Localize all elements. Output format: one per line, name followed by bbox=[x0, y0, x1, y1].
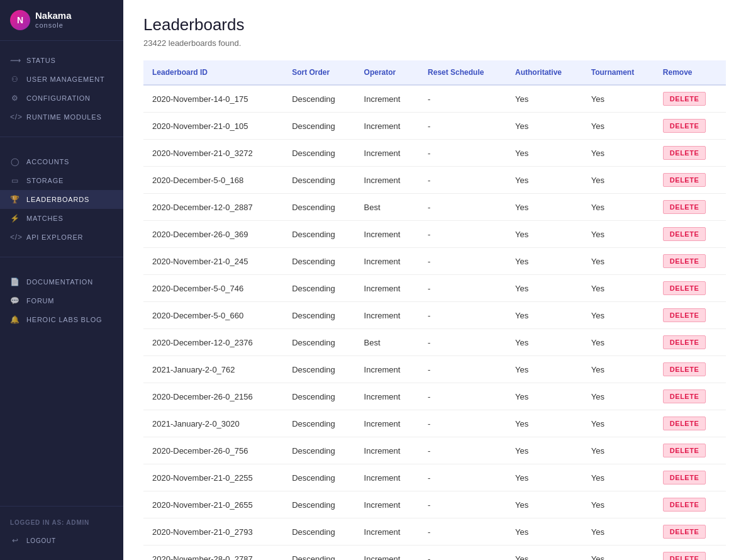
cell-remove: DELETE bbox=[654, 85, 726, 113]
cell-authoritative: Yes bbox=[506, 113, 582, 140]
table-row: 2020-December-26-0_756 Descending Increm… bbox=[143, 437, 726, 464]
col-operator: Operator bbox=[355, 60, 420, 85]
delete-button[interactable]: DELETE bbox=[663, 471, 706, 484]
cell-remove: DELETE bbox=[654, 383, 726, 410]
cell-leaderboard-id: 2020-November-28-0_2787 bbox=[143, 546, 283, 561]
cell-remove: DELETE bbox=[654, 275, 726, 302]
delete-button[interactable]: DELETE bbox=[663, 498, 706, 512]
cell-tournament: Yes bbox=[582, 140, 654, 167]
delete-button[interactable]: DELETE bbox=[663, 146, 706, 160]
api-icon: </> bbox=[10, 233, 20, 242]
delete-button[interactable]: DELETE bbox=[663, 444, 706, 457]
delete-button[interactable]: DELETE bbox=[663, 254, 706, 268]
cell-reset-schedule: - bbox=[419, 302, 506, 329]
logo-icon: N bbox=[10, 10, 30, 30]
cell-authoritative: Yes bbox=[506, 491, 582, 518]
sidebar-item-storage[interactable]: ▭ STORAGE bbox=[0, 171, 123, 190]
sidebar-item-blog[interactable]: 🔔 HEROIC LABS BLOG bbox=[0, 310, 123, 329]
col-reset-schedule: Reset Schedule bbox=[419, 60, 506, 85]
cell-remove: DELETE bbox=[654, 437, 726, 464]
sidebar-divider bbox=[0, 137, 123, 137]
cell-sort-order: Descending bbox=[283, 85, 355, 113]
delete-button[interactable]: DELETE bbox=[663, 417, 706, 430]
cell-leaderboard-id: 2020-December-26-0_369 bbox=[143, 221, 283, 248]
sidebar-item-logout[interactable]: ↩ LOGOUT bbox=[0, 531, 123, 550]
table-row: 2020-November-21-0_105 Descending Increm… bbox=[143, 113, 726, 140]
sidebar-divider-2 bbox=[0, 257, 123, 257]
cell-leaderboard-id: 2020-November-21-0_2255 bbox=[143, 464, 283, 491]
cell-remove: DELETE bbox=[654, 491, 726, 518]
cell-authoritative: Yes bbox=[506, 194, 582, 221]
cell-tournament: Yes bbox=[582, 275, 654, 302]
col-authoritative: Authoritative bbox=[506, 60, 582, 85]
delete-button[interactable]: DELETE bbox=[663, 281, 706, 295]
sidebar-item-label: STATUS bbox=[26, 57, 56, 64]
cell-sort-order: Descending bbox=[283, 518, 355, 546]
cell-sort-order: Descending bbox=[283, 275, 355, 302]
delete-button[interactable]: DELETE bbox=[663, 525, 706, 539]
cell-leaderboard-id: 2021-January-2-0_762 bbox=[143, 356, 283, 383]
delete-button[interactable]: DELETE bbox=[663, 552, 706, 560]
delete-button[interactable]: DELETE bbox=[663, 389, 706, 403]
sidebar-item-forum[interactable]: 💬 FORUM bbox=[0, 291, 123, 310]
cell-sort-order: Descending bbox=[283, 491, 355, 518]
cell-operator: Increment bbox=[355, 275, 420, 302]
match-icon: ⚡ bbox=[10, 214, 20, 223]
table-row: 2020-November-21-0_2655 Descending Incre… bbox=[143, 491, 726, 518]
cell-leaderboard-id: 2020-December-12-0_2887 bbox=[143, 194, 283, 221]
sidebar-item-documentation[interactable]: 📄 DOCUMENTATION bbox=[0, 272, 123, 291]
cell-sort-order: Descending bbox=[283, 464, 355, 491]
sidebar-item-api-explorer[interactable]: </> API EXPLORER bbox=[0, 228, 123, 247]
table-row: 2020-November-21-0_245 Descending Increm… bbox=[143, 248, 726, 275]
sidebar-item-leaderboards[interactable]: 🏆 LEADERBOARDS bbox=[0, 190, 123, 209]
delete-button[interactable]: DELETE bbox=[663, 173, 706, 187]
doc-icon: 📄 bbox=[10, 277, 20, 286]
cell-reset-schedule: - bbox=[419, 140, 506, 167]
delete-button[interactable]: DELETE bbox=[663, 119, 706, 133]
cell-reset-schedule: - bbox=[419, 464, 506, 491]
logged-in-label: LOGGED IN AS: ADMIN bbox=[0, 517, 123, 531]
storage-icon: ▭ bbox=[10, 176, 20, 185]
delete-button[interactable]: DELETE bbox=[663, 308, 706, 322]
cell-tournament: Yes bbox=[582, 167, 654, 194]
cell-authoritative: Yes bbox=[506, 518, 582, 546]
delete-button[interactable]: DELETE bbox=[663, 362, 706, 376]
cell-sort-order: Descending bbox=[283, 302, 355, 329]
col-leaderboard-id: Leaderboard ID bbox=[143, 60, 283, 85]
cell-authoritative: Yes bbox=[506, 167, 582, 194]
delete-button[interactable]: DELETE bbox=[663, 227, 706, 241]
cell-authoritative: Yes bbox=[506, 383, 582, 410]
cell-remove: DELETE bbox=[654, 302, 726, 329]
cell-tournament: Yes bbox=[582, 437, 654, 464]
logout-icon: ↩ bbox=[10, 536, 20, 545]
cell-operator: Increment bbox=[355, 140, 420, 167]
sidebar-item-matches[interactable]: ⚡ MATCHES bbox=[0, 209, 123, 228]
table-row: 2021-January-2-0_3020 Descending Increme… bbox=[143, 410, 726, 437]
cell-reset-schedule: - bbox=[419, 113, 506, 140]
cell-operator: Increment bbox=[355, 491, 420, 518]
logo-text: Nakama console bbox=[35, 10, 72, 30]
trophy-icon: 🏆 bbox=[10, 195, 20, 204]
sidebar-item-user-management[interactable]: ⚇ USER MANAGEMENT bbox=[0, 70, 123, 89]
sidebar-item-configuration[interactable]: ⚙ CONFIGURATION bbox=[0, 89, 123, 108]
sidebar-item-accounts[interactable]: ◯ ACCOUNTS bbox=[0, 152, 123, 171]
sidebar-item-label: FORUM bbox=[26, 297, 54, 305]
sidebar-item-label: CONFIGURATION bbox=[26, 94, 91, 102]
cell-leaderboard-id: 2020-December-5-0_660 bbox=[143, 302, 283, 329]
delete-button[interactable]: DELETE bbox=[663, 335, 706, 349]
delete-button[interactable]: DELETE bbox=[663, 200, 706, 214]
cell-operator: Increment bbox=[355, 464, 420, 491]
sidebar-logo: N Nakama console bbox=[0, 0, 123, 41]
sidebar-item-label: USER MANAGEMENT bbox=[26, 76, 104, 83]
cell-operator: Increment bbox=[355, 383, 420, 410]
page-title: Leaderboards bbox=[143, 15, 726, 35]
cell-tournament: Yes bbox=[582, 85, 654, 113]
activity-icon: ⟿ bbox=[10, 56, 20, 65]
table-row: 2020-December-12-0_2887 Descending Best … bbox=[143, 194, 726, 221]
delete-button[interactable]: DELETE bbox=[663, 92, 706, 106]
sidebar-item-label: ACCOUNTS bbox=[26, 158, 69, 165]
cell-tournament: Yes bbox=[582, 546, 654, 561]
cell-remove: DELETE bbox=[654, 356, 726, 383]
sidebar-item-runtime-modules[interactable]: </> RUNTIME MODULES bbox=[0, 108, 123, 126]
sidebar-item-status[interactable]: ⟿ STATUS bbox=[0, 51, 123, 70]
